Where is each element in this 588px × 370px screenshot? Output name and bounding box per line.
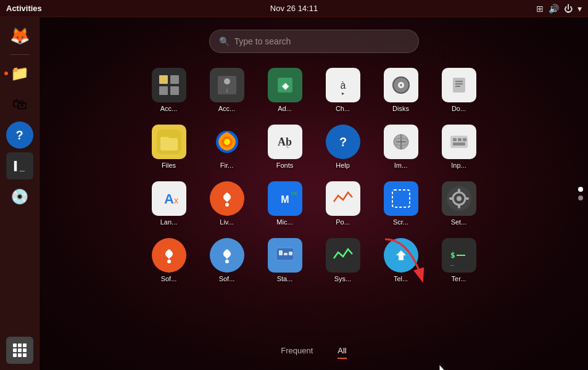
terminal-icon: ▌_ [14, 161, 25, 171]
ter-icon: $ _ [442, 238, 476, 273]
app-ch[interactable]: à ▸ Ch... [315, 64, 371, 116]
svg-rect-41 [458, 138, 462, 141]
app-scr[interactable]: Scr... [373, 178, 429, 229]
svg-point-65 [225, 260, 229, 263]
svg-rect-1 [170, 75, 179, 84]
acc1-label: Acc... [160, 105, 178, 112]
acc2-icon: i [210, 68, 244, 102]
app-im[interactable]: Im... [373, 121, 429, 173]
sidebar-item-help[interactable]: ? [6, 121, 33, 149]
tel-label: Tel... [394, 275, 408, 282]
inp-label: Inp... [451, 162, 466, 169]
app-sof1[interactable]: Sof... [141, 234, 197, 286]
scr-label: Scr... [393, 218, 408, 226]
sidebar-item-terminal[interactable]: ▌_ [6, 152, 33, 179]
search-icon: 🔍 [219, 36, 230, 46]
app-po[interactable]: Po... [315, 178, 371, 229]
svg-text:?: ? [339, 135, 346, 149]
sof1-icon [152, 238, 186, 273]
sidebar-item-software[interactable]: 🛍 [6, 91, 33, 118]
page-dot-2[interactable] [578, 195, 583, 200]
app-disks[interactable]: Disks [373, 64, 429, 116]
svg-point-5 [224, 78, 230, 84]
app-firefox[interactable]: Fir... [199, 121, 255, 173]
svg-point-48 [225, 203, 229, 207]
firefox-icon: 🦊 [10, 27, 30, 46]
help-label: Help [336, 162, 350, 169]
firefox-app-label: Fir... [220, 162, 233, 169]
apps-grid-icon [13, 343, 27, 357]
network-icon[interactable]: ⊞ [536, 4, 544, 14]
svg-text:◈: ◈ [281, 81, 289, 91]
sound-icon[interactable]: 🔊 [549, 4, 559, 14]
fonts-label: Fonts [276, 162, 294, 169]
app-tel[interactable]: Tel... [373, 234, 429, 286]
page-dot-1[interactable] [578, 187, 583, 192]
sta-icon [268, 238, 302, 273]
activities-button[interactable]: Activities [6, 4, 42, 13]
files-icon: 📁 [10, 65, 29, 82]
app-help[interactable]: ? Help [315, 121, 371, 173]
apps-grid: Acc... i Acc... ◈ Ad... [135, 64, 493, 286]
svg-rect-18 [453, 78, 465, 92]
svg-rect-39 [450, 136, 468, 148]
tab-all[interactable]: All [337, 346, 346, 359]
app-sof2[interactable]: Sof... [199, 234, 255, 286]
search-input[interactable] [234, 36, 409, 46]
dvd-icon: 💿 [10, 188, 29, 205]
svg-rect-2 [159, 86, 168, 95]
sta-label: Sta... [277, 275, 293, 282]
app-liv[interactable]: Liv... [199, 178, 255, 229]
svg-rect-43 [453, 142, 465, 146]
sidebar-item-files[interactable]: 📁 [6, 60, 33, 87]
page-indicators [578, 187, 583, 200]
svg-rect-40 [453, 138, 457, 141]
app-doc[interactable]: Do... [431, 64, 487, 116]
svg-point-27 [224, 139, 230, 145]
sof2-label: Sof... [219, 275, 235, 282]
svg-rect-68 [279, 250, 283, 255]
svg-text:i: i [226, 88, 228, 94]
tabs-bar: Frequent All [281, 346, 347, 359]
sys-icon [326, 238, 360, 273]
fonts-icon: Ab c [268, 125, 302, 159]
im-label: Im... [394, 162, 407, 169]
app-lan[interactable]: A x Lan... [141, 178, 197, 229]
svg-rect-3 [170, 86, 179, 95]
svg-text:A: A [164, 191, 174, 207]
svg-rect-58 [458, 189, 460, 193]
firefox-app-icon [210, 125, 244, 159]
power-icon[interactable]: ⏻ [564, 4, 573, 14]
app-files[interactable]: Files [141, 121, 197, 173]
svg-rect-24 [160, 137, 169, 140]
tab-frequent[interactable]: Frequent [281, 346, 313, 359]
sidebar-item-firefox[interactable]: 🦊 [6, 22, 33, 49]
po-icon [326, 181, 360, 216]
app-adf[interactable]: ◈ Ad... [257, 64, 313, 116]
sof2-icon [210, 238, 244, 273]
dropdown-icon[interactable]: ▾ [578, 4, 582, 14]
app-fonts[interactable]: Ab c Fonts [257, 121, 313, 173]
sidebar-item-dvd[interactable]: 💿 [6, 183, 33, 210]
app-inp[interactable]: Inp... [431, 121, 487, 173]
svg-text:c: c [286, 141, 289, 150]
svg-rect-59 [458, 204, 460, 208]
lan-label: Lan... [160, 218, 178, 226]
search-bar[interactable]: 🔍 [209, 30, 419, 53]
scr-icon [384, 181, 418, 216]
app-mic[interactable]: M DEV Mic... [257, 178, 313, 229]
app-ter[interactable]: $ _ Ter... [431, 234, 487, 286]
svg-rect-42 [463, 138, 466, 141]
app-set[interactable]: Set... [431, 178, 487, 229]
disks-label: Disks [392, 105, 409, 112]
app-sta[interactable]: Sta... [257, 234, 313, 286]
app-acc1[interactable]: Acc... [141, 64, 197, 116]
svg-rect-61 [465, 197, 469, 200]
app-acc2[interactable]: i Acc... [199, 64, 255, 116]
sys-label: Sys... [334, 275, 352, 282]
show-apps-button[interactable] [6, 337, 33, 364]
svg-text:M: M [281, 194, 289, 205]
set-icon [442, 181, 476, 216]
app-sys[interactable]: Sys... [315, 234, 371, 286]
liv-label: Liv... [220, 218, 233, 226]
